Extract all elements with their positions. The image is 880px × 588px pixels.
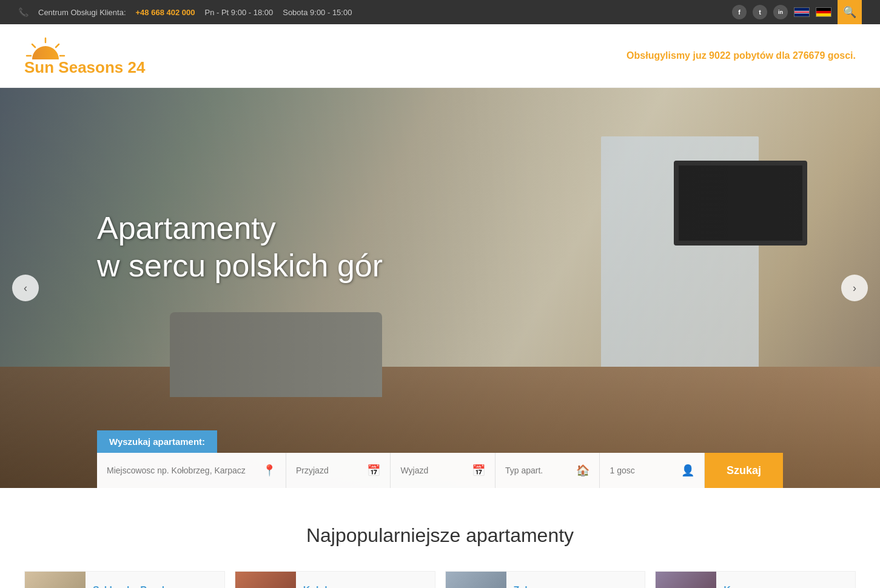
- svg-point-0: [32, 46, 59, 59]
- top-bar-label: Centrum Obsługi Klienta:: [38, 8, 126, 17]
- flag-de-icon[interactable]: [816, 7, 831, 17]
- apt-thumbnail-1: [235, 572, 296, 588]
- apt-thumbnail-0: [25, 572, 86, 588]
- guests-input[interactable]: [610, 466, 676, 475]
- search-label: Wyszukaj apartament:: [97, 430, 217, 453]
- guests-icon: 👤: [681, 464, 694, 477]
- hero-title-line2: w sercu polskich gór: [97, 248, 383, 283]
- apartment-card-2[interactable]: Zakopane Apartamenty Leśny Dom: [445, 571, 646, 588]
- facebook-icon[interactable]: f: [732, 5, 747, 19]
- popular-section: Najpopularniejsze apartamenty Szklarska …: [0, 488, 880, 588]
- departure-input[interactable]: [400, 466, 467, 475]
- tagline-suffix: gosci.: [825, 50, 856, 61]
- type-input[interactable]: [505, 466, 572, 475]
- arrow-right-icon: ›: [853, 282, 856, 295]
- logo-text: Sun Seasons 24: [24, 59, 145, 75]
- hero-section: ‹ › Apartamenty w sercu polskich gór Wys…: [0, 88, 880, 488]
- logo[interactable]: Sun Seasons 24: [24, 36, 145, 75]
- search-button-label: Szukaj: [727, 464, 761, 476]
- apartment-card-1[interactable]: Kołobrzeg Apartamenty Leśny Dom: [235, 571, 435, 588]
- stays-count: 9022: [709, 50, 731, 61]
- logo-sun-icon: [24, 36, 67, 59]
- linkedin-icon[interactable]: in: [773, 5, 788, 19]
- type-field: 🏠: [495, 453, 600, 488]
- apartment-card-3[interactable]: Karpacz Apartamenty Leśny Dom: [655, 571, 856, 588]
- home-icon: 🏠: [576, 464, 589, 477]
- top-bar-hours1: Pn - Pt 9:00 - 18:00: [204, 8, 273, 17]
- departure-field: 📅: [391, 453, 495, 488]
- top-bar: 📞 Centrum Obsługi Klienta: +48 668 402 0…: [0, 0, 880, 24]
- calendar-departure-icon: 📅: [472, 464, 485, 477]
- apt-thumbnail-3: [656, 572, 716, 588]
- location-field: 📍: [97, 453, 286, 488]
- apt-info-0: Szklarska Poręba Apartamenty Leśny Dom: [86, 572, 181, 588]
- top-search-button[interactable]: 🔍: [838, 0, 862, 24]
- arrival-field: 📅: [286, 453, 391, 488]
- calendar-arrival-icon: 📅: [367, 464, 380, 477]
- popular-section-title: Najpopularniejsze apartamenty: [24, 524, 856, 547]
- header-tagline: Obsługylismy juz 9022 pobytów dla 276679…: [626, 50, 856, 61]
- carousel-prev-button[interactable]: ‹: [12, 275, 39, 301]
- tagline-prefix: Obsługylismy juz: [626, 50, 709, 61]
- apt-city-2: Zakopane: [514, 585, 594, 588]
- phone-icon: 📞: [18, 7, 29, 17]
- apartment-card-0[interactable]: Szklarska Poręba Apartamenty Leśny Dom: [24, 571, 225, 588]
- apt-info-3: Karpacz Apartamenty Leśny Dom: [716, 572, 811, 588]
- search-bar-container: Wyszukaj apartament: 📍 📅 📅 🏠 👤: [0, 430, 880, 488]
- hero-title-line1: Apartamenty: [97, 210, 276, 246]
- apt-thumbnail-2: [446, 572, 506, 588]
- apt-city-3: Karpacz: [724, 585, 804, 588]
- search-button[interactable]: Szukaj: [705, 453, 783, 488]
- location-icon: 📍: [263, 464, 276, 477]
- hero-text: Apartamenty w sercu polskich gór: [97, 209, 383, 285]
- apt-city-0: Szklarska Poręba: [93, 585, 173, 588]
- arrival-input[interactable]: [296, 466, 363, 475]
- svg-line-3: [32, 44, 35, 47]
- site-header: Sun Seasons 24 Obsługylismy juz 9022 pob…: [0, 24, 880, 88]
- twitter-icon[interactable]: t: [753, 5, 767, 19]
- svg-line-4: [56, 44, 59, 47]
- top-bar-left: 📞 Centrum Obsługi Klienta: +48 668 402 0…: [18, 7, 352, 17]
- apt-info-2: Zakopane Apartamenty Leśny Dom: [506, 572, 601, 588]
- top-bar-phone[interactable]: +48 668 402 000: [136, 8, 195, 17]
- hero-overlay: [0, 88, 880, 488]
- arrow-left-icon: ‹: [24, 282, 27, 295]
- flag-en-icon[interactable]: [794, 7, 810, 17]
- apartments-grid: Szklarska Poręba Apartamenty Leśny Dom K…: [24, 571, 856, 588]
- location-input[interactable]: [107, 466, 258, 475]
- carousel-next-button[interactable]: ›: [841, 275, 868, 301]
- apt-city-1: Kołobrzeg: [303, 585, 383, 588]
- top-bar-hours2: Sobota 9:00 - 15:00: [283, 8, 352, 17]
- search-form: 📍 📅 📅 🏠 👤 Szukaj: [97, 453, 783, 488]
- tagline-mid: pobytów dla: [731, 50, 793, 61]
- guests-field: 👤: [600, 453, 705, 488]
- apt-info-1: Kołobrzeg Apartamenty Leśny Dom: [296, 572, 391, 588]
- top-bar-right: f t in 🔍: [732, 0, 862, 24]
- guests-count: 276679: [793, 50, 825, 61]
